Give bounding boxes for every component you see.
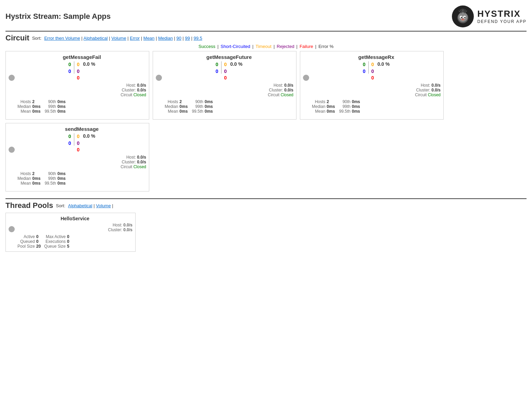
circuit-body: getMessageRx 0 0 0 0 0 0.0 % Host: 0.0/s… [312,54,441,116]
circuit-body: sendMessage 0 0 0 0 0 0.0 % Host: 0.0/s … [17,126,146,188]
executions-label: Executions [44,239,66,244]
threadpool-sort-label: Sort: [56,203,65,208]
queued-label: Queued [17,239,35,244]
mean-label: Mean [165,109,178,114]
active-val: 0 [36,234,41,239]
logo-tagline: DEFEND YOUR APP [477,19,527,24]
tp-stat-group-right: Max Active Executions Queue Size 0 0 5 [44,234,69,249]
count-divider [74,61,74,74]
count-success: 0 [216,61,218,68]
queued-val: 0 [36,239,41,244]
error-pct: 0.0 % [377,61,390,67]
legend-rejected: Rejected [277,44,294,49]
p99-val: 0ms [205,104,213,109]
p90-label: 90th [339,99,350,104]
sort-volume[interactable]: Volume [111,36,126,41]
count-success: 0 [68,61,71,68]
p995-val: 0ms [205,109,213,114]
p99-label: 99th [192,104,203,109]
p99-label: 99th [45,104,56,109]
median-label: Median [165,104,178,109]
threadpool-section-header: Thread Pools Sort: Alphabetical | Volume… [5,198,527,210]
median-label: Median [17,104,31,109]
tp-stat-vals-left: 0 0 20 [36,234,41,249]
stats-mid-vals: 0ms 0ms 0ms [58,99,66,114]
sort-median[interactable]: Median [158,36,173,41]
legend-success: Success [199,44,215,49]
tp-stats: Active Queued Pool Size 0 0 20 Max Activ… [17,234,132,249]
host-label: Host: [274,83,283,88]
p995-val: 0ms [58,181,66,186]
count-success: 0 [363,61,366,68]
count-short: 0 [68,140,71,147]
cluster-label: Cluster: [416,88,430,92]
sort-995[interactable]: 99.5 [193,36,202,41]
tp-cluster-rate: 0.0/s [123,227,132,232]
page-title: Hystrix Stream: Sample Apps [5,12,111,21]
mean-val: 0ms [32,109,40,114]
stats-mid-labels: 90th 99th 99.5th [339,99,350,114]
tp-sort-alphabetical[interactable]: Alphabetical [68,203,92,208]
circuit-name: sendMessage [17,126,146,132]
sort-90[interactable]: 90 [176,36,181,41]
logo-text: HYSTRIX DEFEND YOUR APP [477,9,527,24]
count-rejected: 0 [77,140,80,147]
circuit-status: Closed [428,92,441,97]
tp-stat-vals-right: 0 0 5 [67,234,69,249]
tp-host-rate: 0.0/s [123,223,132,227]
count-rejected: 0 [77,68,80,75]
stats-row: Hosts Median Mean 2 0ms 0ms 90th 99th 99… [17,171,146,186]
tp-stat-labels-right: Max Active Executions Queue Size [44,234,66,249]
sort-mean[interactable]: Mean [143,36,155,41]
tp-sort-volume[interactable]: Volume [96,203,111,208]
cluster-rate: 0.0/s [137,160,146,164]
logo-name: HYSTRIX [477,9,527,19]
sort-99[interactable]: 99 [185,36,190,41]
circuit-title: Circuit [5,34,29,42]
hosts-label: Hosts [312,99,325,104]
cluster-rate: 0.0/s [431,88,441,92]
threadpool-title: Thread Pools [5,201,53,210]
p995-val: 0ms [352,109,360,114]
count-failure: 0 [77,75,80,82]
tp-host-rate-row: Host: 0.0/s [17,223,132,227]
circuit-counts: 0 0 0 0 0 0.0 % [17,61,146,82]
host-rate-row: Host: 0.0/s [17,155,146,160]
tp-rates: Host: 0.0/s Cluster: 0.0/s [17,223,132,232]
median-val: 0ms [179,104,188,109]
host-rate: 0.0/s [431,83,441,88]
p90-label: 90th [45,99,56,104]
circuit-indicator [303,75,309,81]
svg-point-14 [462,18,464,20]
sort-error[interactable]: Error [130,36,140,41]
legend-error-pct: Error % [318,44,333,49]
hosts-label: Hosts [17,171,31,176]
cluster-label: Cluster: [122,88,136,92]
sort-error-volume[interactable]: Error then Volume [44,36,80,41]
stats-mid-labels: 90th 99th 99.5th [45,99,56,114]
count-short: 0 [363,68,366,75]
circuit-card: getMessageFail 0 0 0 0 0 0.0 % Host: 0.0… [5,51,149,120]
max-active-label: Max Active [44,234,66,239]
circuit-status: Closed [134,92,146,97]
circuit-sort-label: Sort: [32,36,41,41]
median-label: Median [17,176,31,181]
circuit-section-header: Circuit Sort: Error then Volume | Alphab… [5,31,527,42]
count-divider [74,133,74,146]
host-label: Host: [126,83,136,88]
p90-label: 90th [192,99,203,104]
threadpool-card: HelloService Host: 0.0/s Cluster: 0.0/s … [5,213,136,252]
count-rejected: 0 [371,68,374,75]
p90-val: 0ms [205,99,213,104]
stats-labels: Hosts Median Mean [17,171,31,186]
circuit-status-row: Circuit Closed [312,92,441,97]
count-col-left: 0 0 [68,133,71,147]
circuit-status: Closed [281,92,293,97]
count-timeout: 0 [224,61,227,68]
median-val: 0ms [32,176,40,181]
sort-alphabetical[interactable]: Alphabetical [84,36,108,41]
circuit-card: getMessageRx 0 0 0 0 0 0.0 % Host: 0.0/s… [300,51,444,120]
count-col-right: 0 0 0 [224,61,227,82]
cluster-rate: 0.0/s [284,88,293,92]
hosts-label: Hosts [17,99,31,104]
